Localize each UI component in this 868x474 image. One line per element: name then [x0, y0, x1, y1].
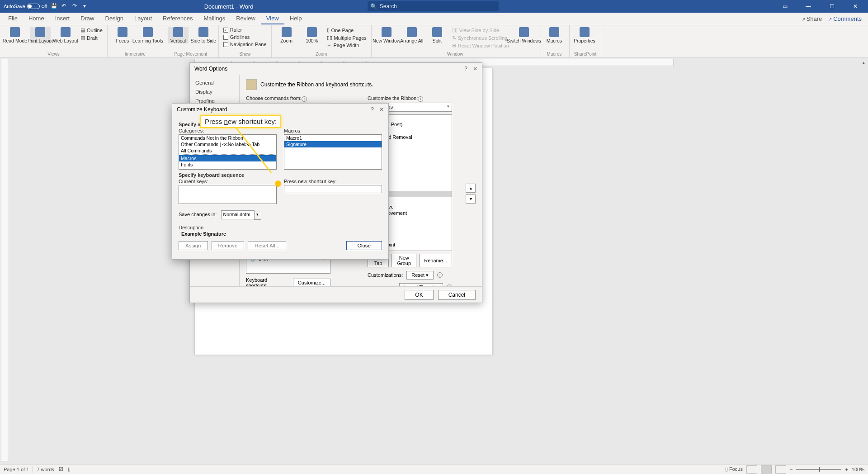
scroll-up-icon[interactable]: ▴ — [860, 59, 867, 66]
tab-review[interactable]: Review — [231, 13, 261, 24]
customize-keyboard-title: Customize Keyboard — [177, 106, 227, 113]
list-item[interactable]: Other Commands | <<No label>> Tab — [179, 141, 276, 147]
accessibility-icon[interactable]: ▯ — [68, 466, 71, 472]
maximize-icon[interactable]: ☐ — [823, 0, 841, 13]
help-icon[interactable]: ? — [371, 106, 374, 113]
reset-button[interactable]: Reset ▾ — [406, 271, 434, 280]
import-export-button[interactable]: Import/Export ▾ — [399, 283, 443, 287]
ribbon-display-icon[interactable]: ▭ — [776, 0, 794, 13]
page-width-button[interactable]: ↔Page Width — [327, 43, 367, 48]
tab-references[interactable]: References — [157, 13, 198, 24]
current-keys-list[interactable] — [179, 185, 277, 204]
switch-windows-button[interactable]: Switch Windows — [514, 27, 534, 43]
zoom-slider[interactable] — [796, 469, 841, 470]
redo-icon[interactable]: ↷ — [72, 3, 80, 10]
customize-button[interactable]: Customize... — [293, 279, 330, 287]
move-up-button[interactable]: ▴ — [466, 184, 476, 193]
list-item[interactable]: All Commands — [179, 147, 276, 154]
remove-button[interactable]: Remove — [212, 241, 245, 250]
multiple-pages-button[interactable]: ▯▯Multiple Pages — [327, 35, 367, 41]
web-layout-button[interactable]: Web Layout — [55, 27, 76, 43]
split-button[interactable]: Split — [427, 27, 448, 43]
ribbon: Read Mode Print Layout Web Layout ▤Outli… — [0, 25, 868, 58]
draft-button[interactable]: ▤Draft — [80, 35, 103, 41]
tab-mailings[interactable]: Mailings — [198, 13, 231, 24]
zoom-out-icon[interactable]: − — [790, 467, 793, 472]
vertical-button[interactable]: Vertical — [168, 27, 189, 43]
tab-help[interactable]: Help — [284, 13, 307, 24]
tab-file[interactable]: File — [3, 13, 23, 24]
info-icon[interactable]: i — [437, 272, 443, 278]
zoom-in-icon[interactable]: + — [845, 467, 848, 472]
outline-button[interactable]: ▤Outline — [80, 27, 103, 33]
autosave-toggle[interactable]: AutoSave Off — [4, 4, 47, 9]
macros-list[interactable]: Macro1Signature — [284, 134, 382, 170]
minimize-icon[interactable]: — — [799, 0, 817, 13]
web-layout-view-icon[interactable] — [775, 465, 786, 474]
gridlines-checkbox[interactable]: Gridlines — [223, 34, 267, 40]
list-item[interactable]: Signature — [284, 141, 382, 147]
reset-all-button[interactable]: Reset All... — [248, 241, 286, 250]
zoom-100-button[interactable]: 100% — [302, 27, 322, 43]
close-button[interactable]: Close — [346, 241, 382, 250]
zoom-percent[interactable]: 100% — [852, 467, 864, 472]
arrange-all-button[interactable]: Arrange All — [401, 27, 422, 43]
macros-button[interactable]: Macros — [544, 27, 565, 43]
ok-button[interactable]: OK — [405, 290, 433, 300]
learning-tools-button[interactable]: Learning Tools — [137, 27, 158, 43]
page-indicator[interactable]: Page 1 of 1 — [4, 467, 29, 472]
word-count[interactable]: 7 words — [37, 467, 54, 472]
side-to-side-button[interactable]: Side to Side — [193, 27, 214, 43]
tab-home[interactable]: Home — [23, 13, 50, 24]
print-layout-button[interactable]: Print Layout — [30, 27, 51, 43]
group-zoom: Zoom — [276, 52, 367, 57]
info-icon[interactable]: i — [418, 96, 423, 102]
new-group-button[interactable]: New Group — [392, 254, 416, 267]
assign-button[interactable]: Assign — [179, 241, 208, 250]
tab-insert[interactable]: Insert — [50, 13, 75, 24]
zoom-button[interactable]: Zoom — [276, 27, 297, 43]
new-window-button[interactable]: New Window — [376, 27, 397, 43]
comments-button[interactable]: Comments — [828, 15, 862, 22]
tab-design[interactable]: Design — [100, 13, 129, 24]
one-page-button[interactable]: ▯One Page — [327, 27, 367, 33]
tab-view[interactable]: View — [261, 13, 284, 24]
read-mode-button[interactable]: Read Mode — [5, 27, 25, 43]
search-input[interactable]: 🔍 Search — [368, 1, 499, 11]
close-icon[interactable]: ✕ — [473, 66, 477, 72]
properties-button[interactable]: Properties — [574, 27, 595, 43]
categories-list[interactable]: Commands Not in the RibbonOther Commands… — [179, 134, 277, 170]
close-icon[interactable]: ✕ — [846, 0, 864, 13]
spell-check-icon[interactable]: ☑ — [59, 466, 63, 472]
print-layout-view-icon[interactable] — [761, 465, 772, 474]
help-icon[interactable]: ? — [464, 66, 467, 72]
undo-icon[interactable]: ↶ — [61, 3, 69, 10]
toggle-icon — [27, 4, 40, 9]
callout: Press new shortcut key: — [200, 115, 281, 128]
info-icon[interactable]: i — [447, 284, 452, 286]
list-item[interactable]: Fonts — [179, 161, 276, 168]
rename-button[interactable]: Rename... — [419, 254, 452, 267]
sync-icon: ⇅ — [452, 35, 456, 41]
share-button[interactable]: Share — [802, 15, 822, 22]
list-item[interactable]: Macro1 — [284, 135, 382, 141]
ruler-checkbox[interactable]: Ruler — [223, 27, 267, 33]
focus-button[interactable]: Focus — [112, 27, 133, 43]
nav-display[interactable]: Display — [190, 87, 239, 96]
qat-icon[interactable]: ▾ — [83, 3, 90, 10]
focus-mode[interactable]: ▯ Focus — [725, 466, 743, 472]
save-icon[interactable]: 💾 — [51, 3, 58, 10]
read-mode-view-icon[interactable] — [746, 465, 757, 474]
list-item[interactable]: Commands Not in the Ribbon — [179, 135, 276, 141]
press-new-shortcut-input[interactable] — [284, 185, 382, 193]
info-icon[interactable]: i — [302, 96, 307, 102]
save-changes-combo[interactable]: Normal.dotm — [221, 210, 255, 219]
cancel-button[interactable]: Cancel — [438, 290, 476, 300]
nav-general[interactable]: General — [190, 78, 239, 87]
list-item[interactable]: Building Blocks — [179, 168, 276, 170]
move-down-button[interactable]: ▾ — [466, 194, 476, 204]
tab-draw[interactable]: Draw — [75, 13, 99, 24]
close-icon[interactable]: ✕ — [379, 106, 384, 113]
navigation-pane-checkbox[interactable]: Navigation Pane — [223, 42, 267, 47]
tab-layout[interactable]: Layout — [129, 13, 157, 24]
